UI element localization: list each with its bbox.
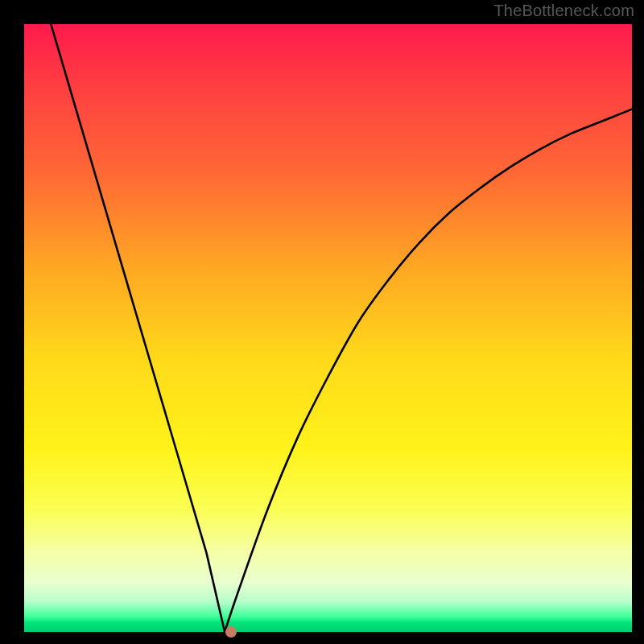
plot-area [24,24,632,632]
curve-svg [24,24,632,632]
bottleneck-curve [24,24,632,632]
minimum-marker [225,626,237,638]
chart-frame: TheBottleneck.com [0,0,644,644]
attribution-text: TheBottleneck.com [493,2,634,20]
